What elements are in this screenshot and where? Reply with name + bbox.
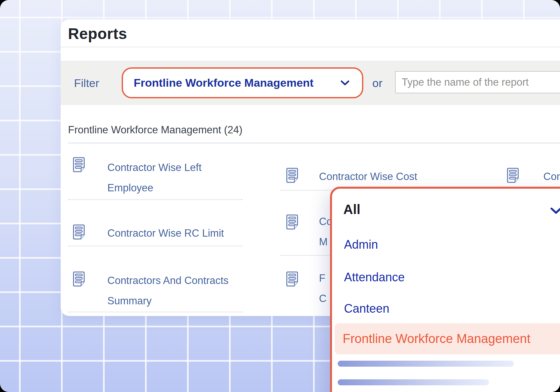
- dropdown-option-all[interactable]: All: [343, 202, 360, 217]
- document-icon: [286, 271, 298, 288]
- section-title: Frontline Workforce Management (24): [68, 124, 242, 136]
- document-icon: [73, 224, 85, 241]
- item-divider: [68, 312, 243, 312]
- report-title-line: Employee: [107, 178, 202, 198]
- report-title-line: Contractors And Contracts: [107, 270, 229, 291]
- skeleton-bar: [338, 379, 489, 385]
- document-icon: [73, 157, 85, 174]
- item-divider: [68, 199, 243, 200]
- dropdown-option-attendance[interactable]: Attendance: [344, 270, 405, 284]
- section-divider: [68, 143, 560, 143]
- report-title-line: Contractor Wise Cost: [319, 166, 417, 187]
- app-background: Reports Filter Frontline Workforce Manag…: [0, 0, 560, 392]
- search-input[interactable]: [395, 71, 560, 93]
- report-title-line: Con: [543, 166, 560, 187]
- report-title-line: Summary: [107, 291, 229, 311]
- dropdown-option-admin[interactable]: Admin: [344, 238, 378, 252]
- skeleton-bar: [338, 361, 514, 367]
- or-label: or: [372, 76, 382, 89]
- document-icon: [286, 167, 298, 185]
- title-divider: [61, 47, 560, 47]
- chevron-down-icon: [341, 80, 349, 86]
- dropdown-option-canteen[interactable]: Canteen: [344, 302, 389, 316]
- report-title-line: C: [319, 288, 326, 309]
- document-icon: [286, 214, 298, 231]
- document-icon: [73, 271, 85, 288]
- report-title-line: Contractor Wise RC Limit: [107, 223, 224, 243]
- item-divider: [68, 246, 243, 246]
- dropdown-option-frontline-workforce-management[interactable]: Frontline Workforce Management: [335, 323, 560, 354]
- selected-option-label: Frontline Workforce Management: [343, 332, 530, 346]
- report-title-line: F: [319, 268, 326, 288]
- filter-label: Filter: [74, 76, 99, 89]
- category-dropdown-menu: All Admin Attendance Canteen Frontline W…: [330, 187, 560, 392]
- category-dropdown-value: Frontline Workforce Management: [134, 76, 314, 89]
- filter-bar: Filter Frontline Workforce Management or: [61, 61, 560, 105]
- page-title: Reports: [68, 25, 127, 43]
- report-title-line: Contractor Wise Left: [107, 157, 202, 178]
- chevron-down-icon[interactable]: [550, 207, 560, 216]
- document-icon: [507, 167, 519, 185]
- category-dropdown-trigger[interactable]: Frontline Workforce Management: [122, 67, 363, 98]
